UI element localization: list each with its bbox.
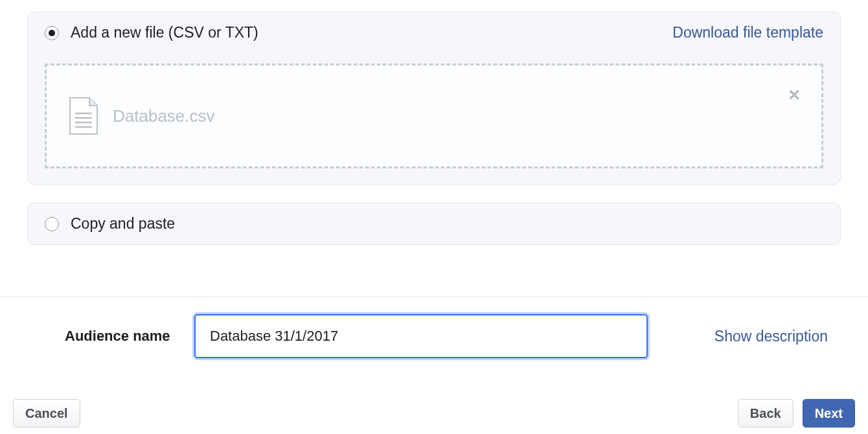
file-icon bbox=[69, 97, 98, 135]
radio-copy-paste-label: Copy and paste bbox=[71, 215, 175, 233]
radio-copy-paste[interactable] bbox=[45, 217, 59, 231]
audience-name-row: Audience name Show description bbox=[0, 297, 868, 358]
copy-paste-panel: Copy and paste bbox=[27, 203, 841, 245]
radio-add-file-label: Add a new file (CSV or TXT) bbox=[71, 24, 258, 41]
radio-add-file[interactable] bbox=[45, 26, 59, 40]
cancel-button[interactable]: Cancel bbox=[13, 399, 80, 428]
back-button[interactable]: Back bbox=[738, 399, 794, 428]
paste-radio-row[interactable]: Copy and paste bbox=[45, 215, 823, 233]
upload-radio-row[interactable]: Add a new file (CSV or TXT) bbox=[45, 24, 258, 41]
show-description-link[interactable]: Show description bbox=[714, 328, 828, 345]
audience-name-input[interactable] bbox=[194, 314, 648, 358]
dropzone-content: Database.csv bbox=[66, 97, 802, 135]
file-dropzone[interactable]: Database.csv ✕ bbox=[45, 63, 823, 168]
dialog-footer: Cancel Back Next bbox=[0, 399, 868, 428]
upload-file-panel: Add a new file (CSV or TXT) Download fil… bbox=[27, 12, 841, 185]
next-button[interactable]: Next bbox=[803, 399, 855, 428]
upload-panel-header: Add a new file (CSV or TXT) Download fil… bbox=[45, 24, 823, 41]
uploaded-file-name: Database.csv bbox=[113, 106, 215, 126]
remove-file-icon[interactable]: ✕ bbox=[788, 86, 801, 104]
download-template-link[interactable]: Download file template bbox=[672, 24, 823, 41]
audience-name-label: Audience name bbox=[65, 328, 194, 345]
